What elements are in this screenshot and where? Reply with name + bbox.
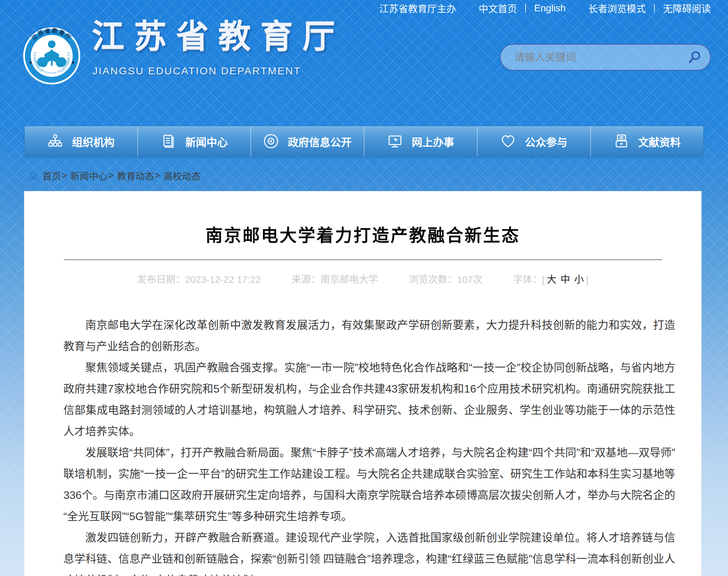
info-disclosure-icon (263, 133, 279, 149)
breadcrumb-separator: > (62, 170, 67, 181)
nav-item-online-services[interactable]: 网上办事 (365, 126, 478, 156)
topbar-chinese-home-link[interactable]: 中文首页 (479, 1, 517, 15)
publish-date: 发布日期：2023-12-22 17:22 (137, 272, 261, 286)
breadcrumb-separator: > (155, 170, 160, 181)
topbar-english-link[interactable]: English (534, 3, 566, 14)
search-input[interactable] (501, 45, 679, 70)
site-logo[interactable]: 江苏省教育厅 JIANGSU EDUCATION DEPARTMENT (23, 27, 81, 85)
topbar-elder-mode-link[interactable]: 长者浏览模式 (588, 1, 646, 15)
font-size-large-button[interactable]: 大 (547, 274, 556, 285)
breadcrumb-home[interactable]: 首页 (42, 169, 61, 182)
topbar-sponsor-link[interactable]: 江苏省教育厅主办 (379, 1, 456, 15)
main-nav: 组织机构 政府信息公开 新闻中心 政府信息公开 (25, 126, 703, 156)
online-services-monitor-icon (387, 133, 403, 149)
org-chart-icon (47, 133, 63, 149)
archive-icon (614, 133, 629, 149)
site-search (500, 44, 711, 71)
nav-label: 文献资料 (638, 134, 681, 149)
font-size-medium-button[interactable]: 中 (560, 274, 570, 285)
article-title: 南京邮电大学着力打造产教融合新生态 (38, 221, 688, 246)
nav-item-organization[interactable]: 组织机构 (25, 126, 138, 156)
article-paragraph: 激发四链创新力，开辟产教融合新赛道。建设现代产业学院，入选首批国家级创新创业学院… (63, 527, 675, 576)
top-utility-bar: 江苏省教育厅主办 中文首页 English 长者浏览模式 无障碍阅读 (0, 0, 728, 16)
topbar-divider (525, 4, 526, 13)
nav-item-news-center[interactable]: 政府信息公开 新闻中心 (138, 126, 251, 156)
search-icon (687, 49, 703, 65)
article-paragraph: 发展联培“共同体”，打开产教融合新局面。聚焦“卡脖子”技术高端人才培养，与大院名… (63, 442, 675, 527)
nav-label: 新闻中心 (185, 134, 228, 149)
nav-label: 组织机构 (72, 134, 114, 149)
nav-item-gov-info-disclosure[interactable]: 政府信息公开 (251, 126, 365, 156)
article-source: 来源：南京邮电大学 (292, 272, 378, 286)
nav-item-public-participation[interactable]: 公众参与 (478, 126, 591, 156)
article-body: 南京邮电大学在深化改革创新中激发教育发展活力，有效集聚政产学研创新要素，大力提升… (24, 314, 701, 576)
breadcrumb: 首页 > 新闻中心 > 教育动态 > 高校动态 (27, 169, 200, 182)
font-size-control: 字体：[大中小] (513, 272, 589, 286)
home-icon (27, 170, 38, 181)
education-emblem-icon: 江苏省教育厅 JIANGSU EDUCATION DEPARTMENT (23, 27, 81, 85)
site-title: 江苏省教育厅 (92, 18, 345, 55)
nav-label: 公众参与 (525, 134, 567, 149)
article-paragraph: 南京邮电大学在深化改革创新中激发教育发展活力，有效集聚政产学研创新要素，大力提升… (63, 314, 675, 357)
breadcrumb-separator: > (108, 170, 114, 181)
font-size-small-button[interactable]: 小 (574, 274, 584, 285)
breadcrumb-education-updates[interactable]: 教育动态 (117, 169, 154, 182)
news-doc-icon (161, 133, 176, 149)
search-button[interactable] (679, 45, 710, 70)
title-divider (64, 259, 662, 260)
heart-icon (500, 133, 516, 149)
article-meta: 发布日期：2023-12-22 17:22 来源：南京邮电大学 浏览次数：107… (24, 272, 701, 286)
breadcrumb-university-updates[interactable]: 高校动态 (163, 169, 200, 182)
nav-item-documents[interactable]: 文献资料 (591, 126, 704, 156)
article-paragraph: 聚焦领域关键点，巩固产教融合强支撑。实施“一市一院”校地特色化合作战略和“一技一… (63, 357, 675, 442)
topbar-divider (654, 4, 655, 13)
site-title-english: JIANGSU EDUCATION DEPARTMENT (92, 65, 301, 77)
topbar-accessibility-link[interactable]: 无障碍阅读 (663, 1, 711, 15)
breadcrumb-news-center[interactable]: 新闻中心 (71, 169, 108, 182)
nav-label: 网上办事 (412, 134, 454, 149)
page-background: 江苏省教育厅主办 中文首页 English 长者浏览模式 无障碍阅读 江苏省教育… (0, 0, 728, 576)
view-count: 浏览次数：107次 (409, 272, 482, 286)
article-card: 南京邮电大学着力打造产教融合新生态 发布日期：2023-12-22 17:22 … (24, 191, 702, 576)
nav-label: 政府信息公开 (288, 134, 351, 149)
